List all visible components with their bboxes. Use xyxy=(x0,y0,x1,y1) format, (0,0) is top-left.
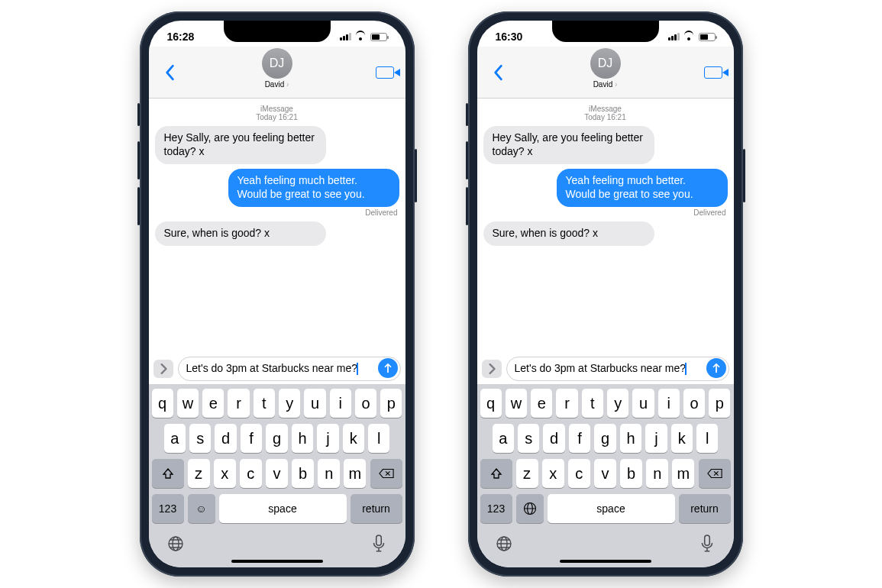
message-in[interactable]: Sure, when is good? x xyxy=(155,221,326,246)
key-n[interactable]: n xyxy=(646,459,668,488)
key-i[interactable]: i xyxy=(330,389,351,418)
key-m[interactable]: m xyxy=(672,459,694,488)
conversation-header: DJ David › xyxy=(477,47,734,99)
key-y[interactable]: y xyxy=(279,389,300,418)
delivered-label: Delivered xyxy=(155,208,398,217)
message-out[interactable]: Yeah feeling much better. Would be great… xyxy=(557,169,728,207)
key-h[interactable]: h xyxy=(292,424,313,453)
key-x[interactable]: x xyxy=(214,459,236,488)
key-b[interactable]: b xyxy=(292,459,314,488)
message-out[interactable]: Yeah feeling much better. Would be great… xyxy=(228,169,399,207)
key-o[interactable]: o xyxy=(355,389,376,418)
key-z[interactable]: z xyxy=(516,459,538,488)
message-thread[interactable]: iMessageToday 16:21 Hey Sally, are you f… xyxy=(149,99,405,352)
facetime-button[interactable] xyxy=(373,66,396,79)
space-key[interactable]: space xyxy=(548,494,675,523)
apps-toggle-button[interactable] xyxy=(153,360,173,378)
key-m[interactable]: m xyxy=(344,459,366,488)
numeric-key[interactable]: 123 xyxy=(152,494,184,523)
message-in[interactable]: Hey Sally, are you feeling better today?… xyxy=(483,126,654,164)
key-j[interactable]: j xyxy=(645,424,667,453)
back-button[interactable] xyxy=(486,64,509,81)
emoji-key[interactable]: ☺ xyxy=(188,494,215,523)
key-f[interactable]: f xyxy=(241,424,262,453)
key-a[interactable]: a xyxy=(493,424,514,453)
key-v[interactable]: v xyxy=(594,459,616,488)
key-q[interactable]: q xyxy=(152,389,173,418)
return-key[interactable]: return xyxy=(679,494,731,523)
key-f[interactable]: f xyxy=(569,424,590,453)
key-w[interactable]: w xyxy=(506,389,527,418)
key-g[interactable]: g xyxy=(594,424,615,453)
key-y[interactable]: y xyxy=(607,389,628,418)
key-s[interactable]: s xyxy=(518,424,539,453)
key-j[interactable]: j xyxy=(317,424,338,453)
shift-key[interactable] xyxy=(152,459,184,488)
apps-toggle-button[interactable] xyxy=(482,360,502,378)
chevron-right-icon: › xyxy=(615,80,617,89)
key-k[interactable]: k xyxy=(343,424,364,453)
key-t[interactable]: t xyxy=(582,389,603,418)
key-p[interactable]: p xyxy=(709,389,730,418)
mic-icon[interactable] xyxy=(369,534,389,554)
key-i[interactable]: i xyxy=(658,389,680,418)
keyboard: qwertyuiop asdfghjkl zxcvbnm 123 space r… xyxy=(477,384,734,567)
key-u[interactable]: u xyxy=(304,389,325,418)
wifi-icon xyxy=(355,32,367,41)
key-c[interactable]: c xyxy=(568,459,590,488)
key-e[interactable]: e xyxy=(531,389,552,418)
key-t[interactable]: t xyxy=(254,389,275,418)
home-indicator[interactable] xyxy=(560,560,651,563)
globe-icon[interactable] xyxy=(494,534,514,554)
key-l[interactable]: l xyxy=(696,424,718,453)
delete-key[interactable] xyxy=(370,459,402,488)
key-l[interactable]: l xyxy=(368,424,389,453)
return-key[interactable]: return xyxy=(351,494,402,523)
home-indicator[interactable] xyxy=(231,560,323,563)
message-input[interactable]: Let's do 3pm at Starbucks near me? xyxy=(506,357,729,381)
key-n[interactable]: n xyxy=(318,459,340,488)
message-input[interactable]: Let's do 3pm at Starbucks near me? xyxy=(178,357,401,381)
contact-info[interactable]: DJ David › xyxy=(590,48,621,89)
back-button[interactable] xyxy=(158,64,181,81)
key-u[interactable]: u xyxy=(632,389,654,418)
key-c[interactable]: c xyxy=(240,459,262,488)
key-b[interactable]: b xyxy=(620,459,642,488)
mic-icon[interactable] xyxy=(697,534,717,554)
key-e[interactable]: e xyxy=(202,389,224,418)
send-button[interactable] xyxy=(378,358,398,378)
key-a[interactable]: a xyxy=(164,424,186,453)
key-k[interactable]: k xyxy=(671,424,693,453)
status-time: 16:30 xyxy=(496,31,523,43)
send-button[interactable] xyxy=(706,358,726,378)
key-p[interactable]: p xyxy=(380,389,402,418)
cellular-icon xyxy=(667,31,680,43)
key-g[interactable]: g xyxy=(266,424,287,453)
key-s[interactable]: s xyxy=(189,424,211,453)
key-o[interactable]: o xyxy=(683,389,705,418)
key-d[interactable]: d xyxy=(543,424,564,453)
message-thread[interactable]: iMessageToday 16:21 Hey Sally, are you f… xyxy=(477,99,734,352)
key-q[interactable]: q xyxy=(480,389,502,418)
message-in[interactable]: Hey Sally, are you feeling better today?… xyxy=(155,126,326,164)
delete-key[interactable] xyxy=(699,459,731,488)
key-r[interactable]: r xyxy=(556,389,577,418)
notch xyxy=(224,21,331,42)
contact-info[interactable]: DJ David › xyxy=(262,48,292,89)
key-d[interactable]: d xyxy=(215,424,236,453)
numeric-key[interactable]: 123 xyxy=(480,494,512,523)
key-z[interactable]: z xyxy=(188,459,210,488)
space-key[interactable]: space xyxy=(219,494,347,523)
key-w[interactable]: w xyxy=(177,389,199,418)
shift-key[interactable] xyxy=(480,459,512,488)
wifi-icon xyxy=(683,32,695,41)
globe-key[interactable] xyxy=(516,494,544,523)
camera-icon xyxy=(704,66,722,79)
key-x[interactable]: x xyxy=(542,459,564,488)
globe-icon[interactable] xyxy=(166,534,186,554)
key-v[interactable]: v xyxy=(266,459,288,488)
message-in[interactable]: Sure, when is good? x xyxy=(483,221,654,246)
key-r[interactable]: r xyxy=(228,389,249,418)
key-h[interactable]: h xyxy=(620,424,641,453)
facetime-button[interactable] xyxy=(702,66,725,79)
